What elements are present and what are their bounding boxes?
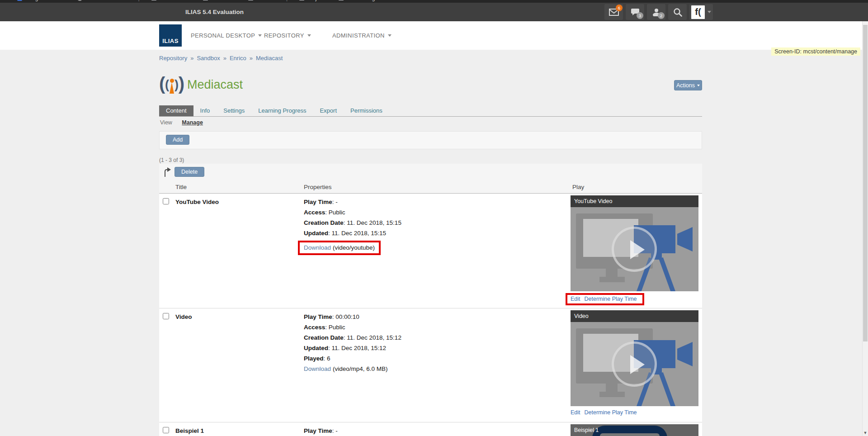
bookmark-item[interactable]: www.ilicloud.com xyxy=(77,0,126,1)
bookmark-label: Anwendungen xyxy=(346,0,381,1)
media-title: Beispiel 1 xyxy=(175,427,204,434)
delete-button[interactable]: Delete xyxy=(175,167,204,177)
breadcrumb-mediacast[interactable]: Mediacast xyxy=(256,55,283,62)
user-menu-button[interactable]: f( xyxy=(689,4,713,20)
chevron-down-icon xyxy=(258,34,262,37)
column-header-play: Play xyxy=(572,184,584,190)
folder-icon xyxy=(151,0,156,0)
bookmark-item[interactable]: Kunden xyxy=(248,0,274,1)
table-row: Beispiel 1 Play Time: - Beispiel 1 xyxy=(159,422,702,436)
row-checkbox[interactable] xyxy=(163,427,169,433)
breadcrumb-sandbox[interactable]: Sandbox xyxy=(197,55,220,62)
globe-favicon-icon xyxy=(77,0,82,1)
actions-button[interactable]: Actions xyxy=(674,80,702,90)
media-player: Beispiel 1 xyxy=(571,424,698,436)
main-header: ILIAS PERSONAL DESKTOP REPOSITORY ADMINI… xyxy=(0,21,868,50)
edit-link[interactable]: Edit xyxy=(571,409,580,416)
download-link[interactable]: Download xyxy=(304,244,331,251)
video-thumbnail[interactable] xyxy=(571,322,698,406)
player-title-bar: Video xyxy=(571,310,698,322)
tablet-illustration xyxy=(592,426,667,436)
edit-link[interactable]: Edit xyxy=(571,296,580,302)
media-player: YouTube Video EditDetermine Play Time xyxy=(571,195,698,305)
mail-button[interactable]: 6 xyxy=(604,4,623,20)
nav-repository[interactable]: REPOSITORY xyxy=(264,21,311,50)
chevron-down-icon xyxy=(708,11,711,13)
calendar-favicon-icon xyxy=(17,0,22,1)
breadcrumb-repository[interactable]: Repository xyxy=(159,55,187,62)
chevron-down-icon xyxy=(307,34,311,37)
tab-content[interactable]: Content xyxy=(159,105,193,116)
select-all-arrow-icon[interactable] xyxy=(163,167,172,177)
tab-permissions[interactable]: Permissions xyxy=(344,105,389,116)
browser-bookmarks-bar: Google Kalender www.ilicloud.com | Echos… xyxy=(0,0,868,3)
ilias-logo[interactable]: ILIAS xyxy=(159,24,182,47)
breadcrumb-separator: » xyxy=(250,55,253,62)
player-title-bar: YouTube Video xyxy=(571,195,698,207)
tab-settings[interactable]: Settings xyxy=(217,105,251,116)
search-button[interactable] xyxy=(668,4,687,20)
tab-export[interactable]: Export xyxy=(313,105,344,116)
subtab-manage[interactable]: Manage xyxy=(182,119,203,126)
tab-divider xyxy=(159,116,702,117)
tab-learning-progress[interactable]: Learning Progress xyxy=(251,105,313,116)
breadcrumb: Repository»Sandbox»Enrico»Mediacast xyxy=(159,55,283,62)
column-header-properties: Properties xyxy=(304,184,332,190)
folder-icon xyxy=(203,0,208,0)
media-player: Video EditDetermine Play Time xyxy=(571,310,698,416)
video-thumbnail[interactable]: Beispiel 1 xyxy=(571,424,698,436)
column-header-title[interactable]: Title xyxy=(175,184,187,190)
row-checkbox[interactable] xyxy=(163,313,169,319)
mail-badge: 6 xyxy=(616,5,623,11)
subtab-view[interactable]: View xyxy=(160,119,172,126)
download-link[interactable]: Download xyxy=(304,365,331,372)
chat-button[interactable]: 3 xyxy=(626,4,644,20)
chat-badge: 3 xyxy=(637,12,643,19)
bookmark-item[interactable]: ILIAS ENT xyxy=(203,0,236,1)
breadcrumb-separator: » xyxy=(223,55,226,62)
nav-personal-desktop[interactable]: PERSONAL DESKTOP xyxy=(191,21,262,50)
breadcrumb-enrico[interactable]: Enrico xyxy=(230,55,246,62)
folder-icon xyxy=(248,0,253,0)
bookmark-item[interactable]: Projekte xyxy=(299,0,327,1)
table-row: YouTube Video Play Time: - Access: Publi… xyxy=(159,194,702,308)
bookmark-item[interactable]: Echos GmbH xyxy=(151,0,191,1)
scrollbar[interactable]: ▼ xyxy=(862,21,868,436)
table-header-row: Title Properties Play xyxy=(159,181,702,194)
add-button[interactable]: Add xyxy=(166,135,189,145)
folder-icon xyxy=(299,0,304,0)
bookmark-label: Kunden xyxy=(256,0,274,1)
result-count: (1 - 3 of 3) xyxy=(159,157,184,163)
screen: Google Kalender www.ilicloud.com | Echos… xyxy=(0,0,868,436)
folder-icon xyxy=(339,0,344,0)
annotation-box-download: Download(video/youtube) xyxy=(298,241,381,255)
determine-play-time-link[interactable]: Determine Play Time xyxy=(585,296,637,302)
bookmark-item[interactable]: Anwendungen xyxy=(339,0,381,1)
media-table: Delete Title Properties Play YouTube Vid… xyxy=(159,164,702,436)
nav-administration[interactable]: ADMINISTRATION xyxy=(332,21,392,50)
determine-play-time-link[interactable]: Determine Play Time xyxy=(585,409,637,416)
tab-info[interactable]: Info xyxy=(193,105,217,116)
subtab-bar: View Manage xyxy=(160,119,211,126)
download-mime: (video/mp4, 6.0 MB) xyxy=(333,365,388,372)
scrollbar-down-arrow-icon[interactable]: ▼ xyxy=(863,431,868,435)
table-command-row: Delete xyxy=(159,164,702,181)
play-button-icon[interactable] xyxy=(612,341,657,387)
scrollbar-thumb[interactable] xyxy=(863,25,868,341)
mediacast-broadcast-icon: (( )) xyxy=(159,75,184,95)
play-button-icon[interactable] xyxy=(612,227,657,272)
media-properties: Play Time: - xyxy=(304,427,338,436)
media-properties: Play Time: 00:00:10 Access: Public Creat… xyxy=(304,313,401,376)
table-row: Video Play Time: 00:00:10 Access: Public… xyxy=(159,308,702,422)
bookmark-separator: | xyxy=(286,0,288,1)
screen-id-badge: Screen-ID: mcst/content/manage xyxy=(771,47,860,56)
download-mime: (video/youtube) xyxy=(333,244,375,251)
contacts-button[interactable]: 2 xyxy=(647,4,665,20)
row-checkbox[interactable] xyxy=(163,198,169,204)
video-thumbnail[interactable] xyxy=(571,207,698,291)
bookmark-label: www.ilicloud.com xyxy=(85,0,126,1)
contacts-badge: 2 xyxy=(658,12,665,19)
bookmark-item[interactable]: Google Kalender xyxy=(17,0,66,1)
chevron-down-icon xyxy=(388,34,392,37)
bookmark-separator: | xyxy=(138,0,139,1)
